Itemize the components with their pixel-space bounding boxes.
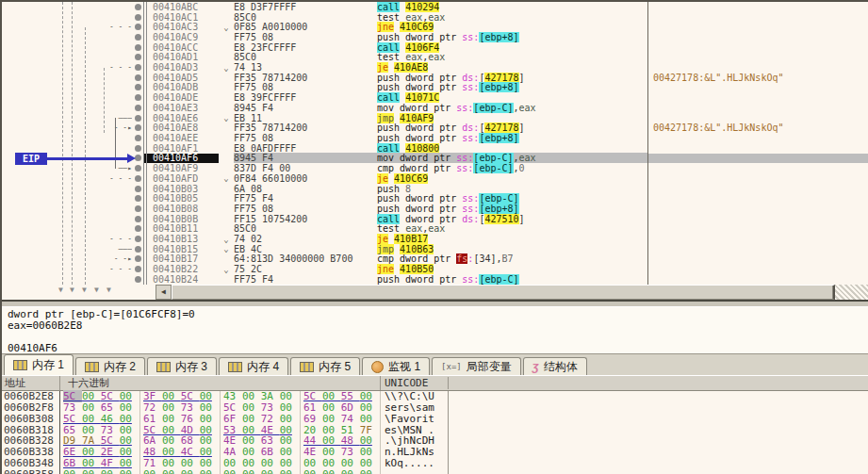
hex-group[interactable]: 6A 00 68 00 <box>140 435 221 447</box>
hex-group[interactable]: 6B 00 4F 00 <box>60 458 140 469</box>
hex-group[interactable]: 4E 00 63 00 <box>221 435 301 447</box>
hex-group[interactable]: 71 00 00 00 <box>140 458 221 469</box>
hex-group[interactable]: 00 00 00 00 <box>140 468 221 474</box>
hex-byte[interactable]: 00 <box>82 468 101 474</box>
hex-byte[interactable]: 00 <box>181 468 200 474</box>
hex-byte[interactable]: 00 <box>162 468 181 474</box>
hex-group[interactable]: 69 00 74 00 <box>301 414 381 425</box>
breakpoint-dot[interactable] <box>135 74 141 81</box>
hex-group[interactable]: 44 00 48 00 <box>301 435 381 447</box>
hex-byte[interactable]: 00 <box>223 468 242 474</box>
tab-ram-4[interactable]: 内存 4 <box>219 357 288 375</box>
hex-group[interactable]: 5C 00 46 00 <box>60 414 140 425</box>
breakpoint-dot[interactable] <box>135 236 141 242</box>
hex-byte[interactable]: 00 <box>280 468 292 474</box>
hex-group[interactable]: 61 00 76 00 <box>140 414 221 425</box>
hex-byte[interactable]: 00 <box>143 468 162 474</box>
disasm-row[interactable]: 00410AF1E8 0AFDFFFFcall 410800 <box>2 143 868 154</box>
dump-row[interactable]: 0060B2F873 00 65 0072 00 73 005C 00 73 0… <box>2 402 868 414</box>
breakpoint-dot[interactable] <box>135 145 141 152</box>
disasm-row[interactable]: 00410AEEFF75 08push dword ptr ss:[ebp+8] <box>2 133 868 143</box>
scroll-thumb[interactable] <box>172 285 835 300</box>
breakpoint-dot[interactable] <box>135 34 141 41</box>
disasm-row[interactable]: 00410B24FF75 F4push dword ptr ss:[ebp-C] <box>2 274 868 285</box>
breakpoint-dot[interactable] <box>135 135 141 141</box>
hex-group[interactable]: 4E 00 73 00 <box>301 447 381 458</box>
hex-group[interactable]: 72 00 73 00 <box>140 402 221 414</box>
dump-row[interactable]: 0060B3486B 00 4F 0071 00 00 0000 00 00 0… <box>2 458 868 469</box>
hex-byte[interactable]: 00 <box>360 468 372 474</box>
breakpoint-dot[interactable] <box>135 186 141 192</box>
disasm-row[interactable]: 00410AD185C0test eax,eax <box>2 53 868 63</box>
hex-group[interactable]: 00 00 00 00 <box>301 458 381 469</box>
hex-group[interactable]: 00 00 00 00 <box>60 468 140 474</box>
breakpoint-dot[interactable] <box>135 84 141 90</box>
disasm-row[interactable]: ———00410B15⌄EB 4Cjmp 410B63 <box>2 244 868 254</box>
breakpoint-dot[interactable] <box>135 94 141 101</box>
hex-group[interactable]: 00 00 00 00 <box>301 468 381 474</box>
hex-group[interactable]: 6E 00 2E 00 <box>60 447 140 458</box>
disasm-row[interactable]: 00410ADEE8 39FCFFFFcall 41071C <box>2 92 868 103</box>
disasm-row[interactable]: ——▸00410AF9837D F4 00cmp dword ptr ss:[e… <box>2 163 868 173</box>
disasm-row[interactable]: 00410AC185C0test eax,eax <box>2 12 868 23</box>
hex-group[interactable]: 00 00 00 00 <box>221 458 301 469</box>
breakpoint-dot[interactable] <box>135 124 141 131</box>
hex-byte[interactable]: 00 <box>63 468 82 474</box>
hex-byte[interactable]: 00 <box>200 468 212 474</box>
hex-byte[interactable]: 00 <box>261 468 280 474</box>
disasm-row[interactable]: ———00410AE6⌄EB 11jmp 410AF9 <box>2 113 868 123</box>
tab-watch-1[interactable]: 监视 1 <box>362 357 430 375</box>
hex-group[interactable]: 5C 00 55 00 <box>301 391 381 402</box>
breakpoint-dot[interactable] <box>135 155 141 161</box>
hex-group[interactable]: 48 00 4C 00 <box>140 447 221 458</box>
hex-group[interactable]: 6F 00 72 00 <box>221 414 301 425</box>
disasm-row[interactable]: 00410AD5FF35 78714200push dword ptr ds:[… <box>2 73 868 83</box>
breakpoint-dot[interactable] <box>135 64 141 71</box>
hex-group[interactable]: 5C 00 4D 00 <box>140 424 221 435</box>
disasm-row[interactable]: - -▸00410B1764:813D 34000000 B700cmp dwo… <box>2 254 868 265</box>
tab-locals[interactable]: [x=]局部变量 <box>432 357 521 375</box>
disasm-row[interactable]: - - -00410AFD⌄0F84 66010000je 410C69 <box>2 173 868 184</box>
breakpoint-dot[interactable] <box>135 195 141 202</box>
disasm-row[interactable]: 00410B0BFF15 10754200call dword ptr ds:[… <box>2 214 868 224</box>
hex-byte[interactable]: 00 <box>242 468 261 474</box>
breakpoint-dot[interactable] <box>135 44 141 51</box>
breakpoint-dot[interactable] <box>135 266 141 272</box>
disasm-row[interactable]: 00410B1185C0test eax,eax <box>2 223 868 234</box>
breakpoint-dot[interactable] <box>135 105 141 111</box>
disassembly-panel[interactable]: 00410ABCE8 D3F7FFFFcall 41029400410AC185… <box>2 2 868 285</box>
disasm-row[interactable]: - - -00410AC3⌄0F85 A0010000jne 410C69 <box>2 22 868 32</box>
breakpoint-dot[interactable] <box>135 14 141 21</box>
hex-byte[interactable]: 00 <box>120 468 132 474</box>
dump-row[interactable]: 0060B35800 00 00 0000 00 00 0000 00 00 0… <box>2 468 868 474</box>
disasm-row[interactable]: - - -00410AD3⌄74 13je 410AE8 <box>2 62 868 73</box>
disasm-row[interactable]: 00410AC9FF75 08push dword ptr ss:[ebp+8] <box>2 32 868 42</box>
tab-ram-5[interactable]: 内存 5 <box>290 357 360 375</box>
dump-row[interactable]: 0060B328D9 7A 5C 006A 00 68 004E 00 63 0… <box>2 435 868 447</box>
hex-byte[interactable]: 00 <box>322 468 341 474</box>
hex-group[interactable]: 5C 00 5C 00 <box>60 391 140 402</box>
hex-group[interactable]: 43 00 3A 00 <box>221 391 301 402</box>
hex-group[interactable]: 73 00 65 00 <box>60 402 140 414</box>
breakpoint-dot[interactable] <box>135 4 141 10</box>
disasm-row[interactable]: 00410ACCE8 23FCFFFFcall 4106F4 <box>2 42 868 53</box>
breakpoint-dot[interactable] <box>135 24 141 30</box>
dump-row[interactable]: 0060B2E85C 00 5C 003F 00 5C 0043 00 3A 0… <box>2 391 868 402</box>
hex-byte[interactable]: 00 <box>101 468 120 474</box>
breakpoint-dot[interactable] <box>135 175 141 182</box>
disasm-row[interactable]: - - -00410B13⌄74 02je 410B17 <box>2 234 868 244</box>
disasm-row[interactable]: - -▸00410AE8FF35 78714200push dword ptr … <box>2 123 868 133</box>
hex-group[interactable]: 65 00 73 00 <box>60 424 140 435</box>
hex-group[interactable]: 20 00 51 7F <box>301 424 381 435</box>
disasm-row[interactable]: 00410B036A 08push 8 <box>2 184 868 194</box>
breakpoint-dot[interactable] <box>135 255 141 262</box>
breakpoint-dot[interactable] <box>135 205 141 212</box>
hex-group[interactable]: 61 00 6D 00 <box>301 402 381 414</box>
dump-panel[interactable]: 0060B2E85C 00 5C 003F 00 5C 0043 00 3A 0… <box>2 391 868 474</box>
hex-group[interactable]: 3F 00 5C 00 <box>140 391 221 402</box>
hex-group[interactable]: 5C 00 73 00 <box>221 402 301 414</box>
tab-ram-3[interactable]: 内存 3 <box>147 357 217 375</box>
tab-ram-1[interactable]: 内存 1 <box>4 354 74 375</box>
breakpoint-dot[interactable] <box>135 216 141 222</box>
disasm-row[interactable]: 00410B05FF75 F4push dword ptr ss:[ebp-C] <box>2 193 868 204</box>
